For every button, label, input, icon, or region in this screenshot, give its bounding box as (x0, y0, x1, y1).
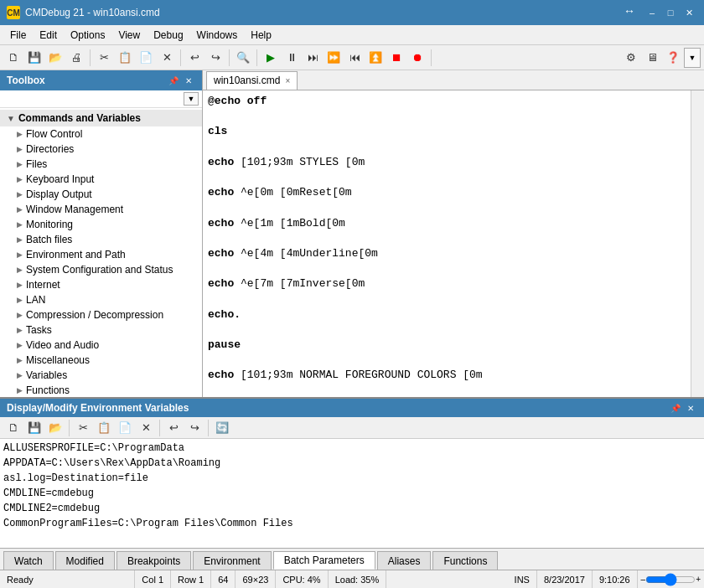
status-date: 8/23/2017 (537, 570, 593, 588)
zoom-slider[interactable]: – + (638, 573, 704, 586)
editor-scrollbar[interactable] (691, 90, 704, 397)
tab-aliases[interactable]: Aliases (377, 551, 432, 570)
tb-print[interactable]: 🖨 (66, 48, 86, 68)
toolbox-item-label: Window Management (26, 204, 123, 215)
toolbox-item-keyboard[interactable]: ▶ Keyboard Input (0, 172, 202, 187)
toolbox-item-environment[interactable]: ▶ Environment and Path (0, 247, 202, 262)
toolbox-item-tasks[interactable]: ▶ Tasks (0, 322, 202, 338)
toolbox-item-misc[interactable]: ▶ Miscellaneous (0, 353, 202, 368)
menu-bar: File Edit Options View Debug Windows Hel… (0, 25, 704, 45)
tb-run[interactable]: ▶ (261, 48, 281, 68)
toolbar-sep-5 (431, 49, 432, 66)
bt-copy[interactable]: 📋 (94, 418, 114, 438)
toolbox-item-lan[interactable]: ▶ LAN (0, 292, 202, 307)
toolbox-dropdown-row: ▼ (0, 90, 202, 108)
minimize-button[interactable]: – (644, 4, 660, 21)
item-arrow-icon: ▶ (17, 386, 23, 395)
tb-pause[interactable]: ⏸ (282, 48, 302, 68)
tb-step-out[interactable]: ⏮ (344, 48, 365, 68)
tb-undo[interactable]: ↩ (184, 48, 204, 68)
toolbox-item-sysconfig[interactable]: ▶ System Configuration and Status (0, 262, 202, 277)
tab-modified[interactable]: Modified (55, 551, 115, 570)
toolbox-pin-button[interactable]: 📌 (167, 74, 180, 87)
tb-step-in[interactable]: ⏫ (365, 48, 386, 68)
toolbox-item-display[interactable]: ▶ Display Output (0, 187, 202, 202)
bt-cut[interactable]: ✂ (73, 418, 93, 438)
bt-paste[interactable]: 📄 (115, 418, 135, 438)
bt-new[interactable]: 🗋 (3, 418, 23, 438)
toolbox-item-monitoring[interactable]: ▶ Monitoring (0, 217, 202, 232)
env-content[interactable]: ALLUSERSPROFILE=C:\ProgramData APPDATA=C… (0, 439, 704, 548)
toolbox-item-variables[interactable]: ▶ Variables (0, 368, 202, 383)
menu-edit[interactable]: Edit (33, 26, 64, 44)
zoom-range-input[interactable] (645, 573, 696, 586)
toolbox-item-batch[interactable]: ▶ Batch files (0, 232, 202, 247)
tb-help[interactable]: ❓ (663, 48, 683, 68)
tb-record[interactable]: ⏺ (407, 48, 427, 68)
item-arrow-icon: ▶ (17, 205, 23, 214)
env-line-3: asl.log=Destination=file (3, 471, 701, 486)
status-dims-text: 69×23 (242, 575, 268, 585)
tb-save[interactable]: 💾 (24, 48, 44, 68)
window-controls: ↔ – □ ✕ (624, 4, 697, 21)
toolbox-item-compression[interactable]: ▶ Compression / Decompression (0, 307, 202, 322)
tb-paste[interactable]: 📄 (136, 48, 156, 68)
toolbox-item-flow-control[interactable]: ▶ Flow Control (0, 126, 202, 142)
toolbar-dropdown[interactable]: ▼ (684, 48, 701, 68)
tb-open[interactable]: 📂 (45, 48, 65, 68)
bt-open[interactable]: 📂 (45, 418, 65, 438)
tb-redo[interactable]: ↪ (205, 48, 225, 68)
tb-delete[interactable]: ✕ (157, 48, 177, 68)
menu-debug[interactable]: Debug (147, 26, 189, 44)
toolbox-item-video[interactable]: ▶ Video and Audio (0, 338, 202, 353)
bottom-panel-pin[interactable]: 📌 (669, 401, 682, 415)
toolbox-item-window[interactable]: ▶ Window Management (0, 202, 202, 217)
menu-view[interactable]: View (111, 26, 147, 44)
tb-cut[interactable]: ✂ (94, 48, 114, 68)
toolbox-close-button[interactable]: ✕ (182, 74, 195, 87)
bt-undo[interactable]: ↩ (163, 418, 184, 438)
toolbox-item-label: Environment and Path (26, 249, 126, 260)
bt-redo[interactable]: ↪ (184, 418, 204, 438)
menu-file[interactable]: File (3, 26, 33, 44)
menu-options[interactable]: Options (64, 26, 111, 44)
menu-help[interactable]: Help (244, 26, 278, 44)
bt-save[interactable]: 💾 (24, 418, 44, 438)
editor-tab-win10ansi[interactable]: win10ansi.cmd × (206, 71, 298, 90)
bottom-panel-title: Display/Modify Environment Variables (7, 402, 189, 414)
menu-windows[interactable]: Windows (190, 26, 245, 44)
bt-delete[interactable]: ✕ (136, 418, 156, 438)
tb-step[interactable]: ⏭ (303, 48, 323, 68)
env-line-1: ALLUSERSPROFILE=C:\ProgramData (3, 441, 701, 456)
tab-functions[interactable]: Functions (432, 551, 498, 570)
tab-batch-parameters[interactable]: Batch Parameters (273, 551, 375, 570)
bottom-panel-close[interactable]: ✕ (684, 401, 697, 415)
tab-environment[interactable]: Environment (193, 551, 271, 570)
tb-find[interactable]: 🔍 (233, 48, 253, 68)
toolbox-item-directories[interactable]: ▶ Directories (0, 142, 202, 157)
main-content: Toolbox 📌 ✕ ▼ ▼ Commands and Variables ▶… (0, 70, 704, 397)
tab-breakpoints[interactable]: Breakpoints (116, 551, 191, 570)
toolbox-item-functions[interactable]: ▶ Functions (0, 383, 202, 397)
toolbox-section-dropdown[interactable]: ▼ (184, 92, 199, 106)
toolbox-title: Toolbox (7, 75, 45, 86)
tb-new[interactable]: 🗋 (3, 48, 23, 68)
maximize-button[interactable]: □ (662, 4, 679, 21)
tb-stop[interactable]: ⏹ (386, 48, 406, 68)
code-editor[interactable]: @echo off cls echo [101;93m STYLES [0m e… (203, 90, 691, 397)
tb-step-over[interactable]: ⏩ (324, 48, 344, 68)
tb-settings[interactable]: ⚙ (621, 48, 641, 68)
env-line-4: CMDLINE=cmdebug (3, 486, 701, 501)
toolbox-item-internet[interactable]: ▶ Internet (0, 277, 202, 292)
zoom-plus-icon[interactable]: + (696, 575, 701, 584)
toolbox-section-commands[interactable]: ▼ Commands and Variables (0, 110, 202, 126)
toolbox-item-label: Keyboard Input (26, 173, 94, 185)
tab-watch[interactable]: Watch (3, 551, 54, 570)
tb-copy[interactable]: 📋 (115, 48, 135, 68)
editor-tab-close-icon[interactable]: × (285, 76, 290, 85)
close-button[interactable]: ✕ (681, 4, 697, 21)
bt-refresh[interactable]: 🔄 (212, 418, 232, 438)
toolbox-item-files[interactable]: ▶ Files (0, 157, 202, 172)
toolbox-item-label: LAN (26, 294, 45, 306)
tb-monitor[interactable]: 🖥 (642, 48, 662, 68)
